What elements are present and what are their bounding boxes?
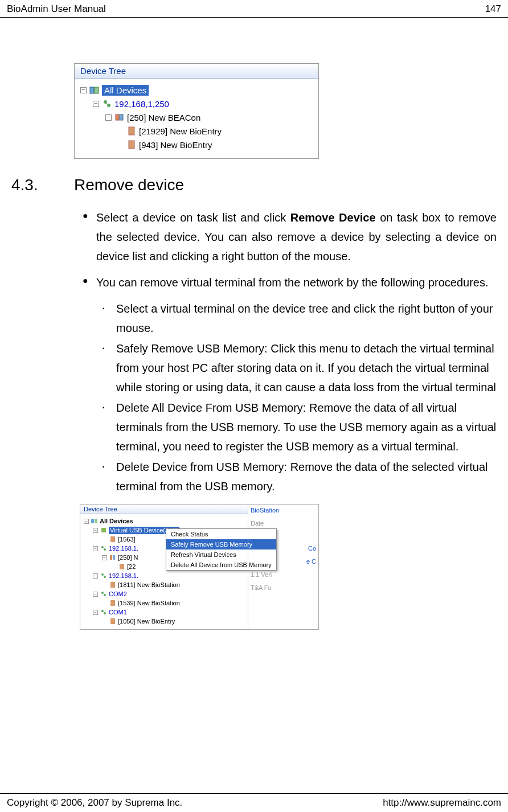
devices-icon xyxy=(91,517,99,525)
page-content: Device Tree − All Devices − 192,168,1,25… xyxy=(0,18,508,630)
device-icon xyxy=(126,140,137,150)
svg-rect-5 xyxy=(116,114,119,120)
device-node: [1563] xyxy=(118,536,136,543)
svg-line-4 xyxy=(105,102,109,105)
device-icon xyxy=(109,581,117,589)
footer-url: http://www.supremainc.com xyxy=(383,797,501,809)
ip-node: 192.168.1. xyxy=(109,572,138,579)
svg-rect-10 xyxy=(95,519,97,523)
expand-icon: − xyxy=(80,87,87,93)
sub-bullet-icon: ▪ xyxy=(103,299,116,338)
panel-title: Device Tree xyxy=(80,505,248,514)
device-group-icon xyxy=(114,112,125,122)
svg-rect-9 xyxy=(91,519,94,523)
panel-label: Co xyxy=(251,545,316,552)
panel-label: Date xyxy=(251,520,316,527)
panel-label: e C xyxy=(251,558,316,565)
device-tree-screenshot-1: Device Tree − All Devices − 192,168,1,25… xyxy=(74,63,319,159)
device-node: [943] New BioEntry xyxy=(139,140,212,150)
svg-point-25 xyxy=(104,612,106,614)
device-icon xyxy=(109,599,117,607)
com-node: COM1 xyxy=(109,609,127,616)
bullet-text: You can remove virtual terminal from the… xyxy=(96,273,489,292)
svg-point-18 xyxy=(101,573,104,576)
sub-bullet-item: ▪ Safely Remove USB Memory: Click this m… xyxy=(103,339,497,397)
com-node: COM2 xyxy=(109,590,127,597)
device-node: [22 xyxy=(127,563,136,570)
network-icon xyxy=(100,544,108,552)
sub-bullet-text: Delete All Device From USB Memory: Remov… xyxy=(116,398,497,456)
svg-rect-26 xyxy=(110,618,115,624)
svg-rect-17 xyxy=(120,564,124,569)
expand-icon: − xyxy=(93,101,99,107)
sub-bullet-icon: ▪ xyxy=(103,339,116,397)
device-icon xyxy=(118,563,126,571)
sub-bullet-text: Safely Remove USB Memory: Click this men… xyxy=(116,339,497,397)
svg-rect-11 xyxy=(101,528,106,532)
svg-point-19 xyxy=(104,576,106,578)
bullet-text: Select a device on task list and click xyxy=(96,211,290,224)
panel-title: Device Tree xyxy=(75,64,318,79)
right-panel: BioStation Date Co e C 1:1 Veri T&A Fu xyxy=(248,505,318,629)
section-heading: 4.3. Remove device xyxy=(11,176,497,194)
svg-rect-20 xyxy=(110,582,115,588)
page-number: 147 xyxy=(485,3,501,15)
expand-icon: − xyxy=(93,592,98,597)
svg-point-24 xyxy=(101,610,104,612)
device-icon xyxy=(126,126,137,136)
bullet-item: ● Select a device on task list and click… xyxy=(83,208,497,266)
device-node: [1539] New BioStation xyxy=(118,600,180,606)
svg-rect-23 xyxy=(110,600,115,606)
svg-rect-1 xyxy=(95,87,99,93)
device-group-icon xyxy=(109,553,117,561)
bullet-icon: ● xyxy=(83,273,96,292)
svg-rect-7 xyxy=(129,127,134,135)
device-icon xyxy=(109,617,117,625)
sub-bullet-item: ▪ Delete All Device From USB Memory: Rem… xyxy=(103,398,497,456)
svg-rect-12 xyxy=(110,536,115,542)
svg-point-14 xyxy=(104,548,106,551)
page-header: BioAdmin User Manual 147 xyxy=(0,0,508,18)
device-tree-screenshot-2: Device Tree − All Devices − Virtual USB … xyxy=(80,504,319,630)
expand-icon: − xyxy=(93,610,98,615)
svg-point-21 xyxy=(101,592,104,594)
copyright-text: Copyright © 2006, 2007 by Suprema Inc. xyxy=(7,797,182,809)
sub-bullet-item: ▪ Delete Device from USB Memory: Remove … xyxy=(103,457,497,496)
svg-rect-6 xyxy=(120,114,123,120)
device-node: [250] N xyxy=(118,554,138,561)
sub-bullet-text: Delete Device from USB Memory: Remove th… xyxy=(116,457,497,496)
section-title: Remove device xyxy=(74,176,184,194)
expand-icon: − xyxy=(84,519,89,524)
device-node: [21929] New BioEntry xyxy=(139,126,222,136)
sub-bullet-icon: ▪ xyxy=(103,398,116,456)
root-node: All Devices xyxy=(100,518,133,524)
svg-rect-15 xyxy=(110,555,112,560)
panel-label: 1:1 Veri xyxy=(251,571,316,578)
sub-bullet-list: ▪ Select a virtual terminal on the devic… xyxy=(103,299,497,496)
serial-icon xyxy=(100,608,108,616)
svg-rect-16 xyxy=(113,555,115,560)
expand-icon: − xyxy=(93,528,98,533)
network-icon xyxy=(101,99,113,109)
bullet-bold: Remove Device xyxy=(290,211,376,224)
expand-icon: − xyxy=(105,114,112,121)
expand-icon: − xyxy=(102,555,107,560)
ip-node: 192.168.1. xyxy=(109,545,138,552)
svg-rect-0 xyxy=(90,87,94,93)
sub-bullet-text: Select a virtual terminal on the device … xyxy=(116,299,497,338)
devices-icon xyxy=(89,85,100,95)
device-node: [1050] New BioEntry xyxy=(118,618,175,625)
device-node: [1811] New BioStation xyxy=(118,581,180,588)
svg-point-13 xyxy=(101,546,104,548)
header-left: BioAdmin User Manual xyxy=(7,3,106,15)
panel-label: BioStation xyxy=(251,507,316,514)
device-node: [250] New BEACon xyxy=(127,113,200,122)
root-node: All Devices xyxy=(102,85,149,96)
device-tree: − All Devices − 192,168,1,250 − [250] Ne… xyxy=(75,79,318,158)
section-number: 4.3. xyxy=(11,176,74,194)
svg-rect-8 xyxy=(129,141,134,149)
sub-bullet-icon: ▪ xyxy=(103,457,116,496)
panel-label: T&A Fu xyxy=(251,584,316,591)
usb-icon xyxy=(100,526,108,534)
ip-node: 192,168,1,250 xyxy=(114,99,169,109)
